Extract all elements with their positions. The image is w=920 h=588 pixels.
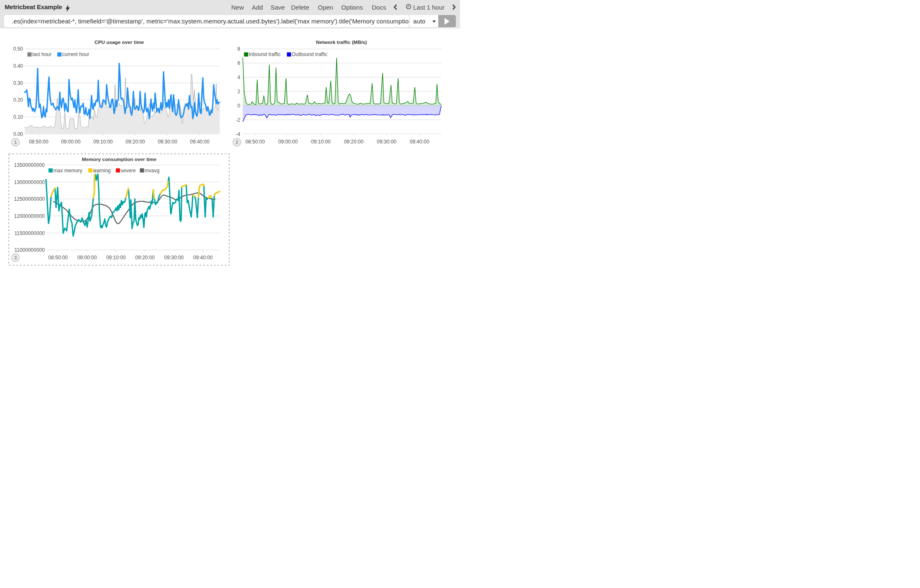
svg-text:1: 1 [14,140,17,145]
svg-text:09:40:00: 09:40:00 [190,139,210,145]
svg-text:CPU usage over time: CPU usage over time [95,39,144,45]
svg-text:11000000000: 11000000000 [14,247,45,253]
svg-text:-2: -2 [236,117,240,123]
svg-text:0.50: 0.50 [13,46,23,52]
svg-text:12500000000: 12500000000 [14,196,45,202]
svg-text:09:00:00: 09:00:00 [278,139,298,145]
svg-text:09:00:00: 09:00:00 [61,139,81,145]
svg-text:6: 6 [238,60,240,66]
svg-text:11500000000: 11500000000 [14,230,45,236]
svg-text:09:10:00: 09:10:00 [93,139,113,145]
svg-text:current hour: current hour [62,51,89,57]
svg-text:09:00:00: 09:00:00 [77,255,97,261]
svg-text:2: 2 [238,89,240,95]
svg-text:09:10:00: 09:10:00 [106,255,126,261]
svg-text:12000000000: 12000000000 [14,213,45,219]
svg-text:08:50:00: 08:50:00 [48,255,68,261]
svg-text:Inbound traffic: Inbound traffic [249,51,281,57]
svg-text:max memory: max memory [54,168,82,174]
svg-text:09:30:00: 09:30:00 [377,139,396,145]
svg-text:09:30:00: 09:30:00 [164,255,184,261]
svg-text:8: 8 [238,46,240,52]
svg-text:Outbound traffic: Outbound traffic [292,51,327,57]
svg-text:last hour: last hour [32,51,51,57]
svg-text:0.10: 0.10 [13,114,23,120]
svg-text:09:40:00: 09:40:00 [193,255,213,261]
svg-text:0.00: 0.00 [13,131,23,137]
svg-text:3: 3 [14,255,17,260]
svg-text:09:20:00: 09:20:00 [344,139,363,145]
svg-text:warning: warning [93,168,111,174]
svg-text:09:40:00: 09:40:00 [410,139,429,145]
svg-text:0: 0 [238,103,240,109]
svg-text:13500000000: 13500000000 [14,162,45,168]
svg-text:09:10:00: 09:10:00 [311,139,331,145]
svg-text:0.40: 0.40 [13,63,23,69]
svg-text:09:20:00: 09:20:00 [125,139,145,145]
svg-text:mvavg: mvavg [145,168,159,174]
svg-text:09:30:00: 09:30:00 [158,139,177,145]
svg-text:severe: severe [121,168,136,174]
svg-text:13000000000: 13000000000 [14,179,45,185]
svg-text:Network traffic (MB/s): Network traffic (MB/s) [316,39,367,45]
svg-text:0.30: 0.30 [13,80,23,86]
svg-text:08:50:00: 08:50:00 [29,139,49,145]
svg-text:-4: -4 [236,131,240,137]
svg-text:Memory consumption over time: Memory consumption over time [82,156,157,162]
svg-text:2: 2 [235,140,238,145]
svg-text:08:50:00: 08:50:00 [245,139,265,145]
svg-text:0.20: 0.20 [13,97,23,103]
svg-text:4: 4 [238,74,240,80]
svg-text:09:20:00: 09:20:00 [135,255,155,261]
